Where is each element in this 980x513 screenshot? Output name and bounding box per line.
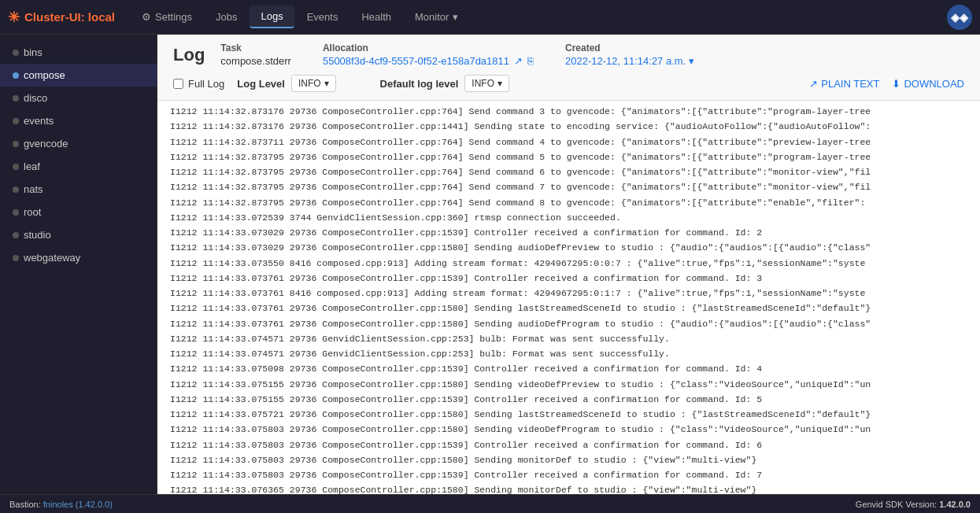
default-log-level-label: Default log level <box>380 78 459 90</box>
nav-item-health[interactable]: Health <box>350 6 402 28</box>
nav-health-label: Health <box>361 11 391 23</box>
download-icon: ⬇ <box>892 78 900 90</box>
created-value[interactable]: 2022-12-12, 11:14:27 a.m. ▾ <box>565 55 694 67</box>
nav-items: ⚙ Settings Jobs Logs Events Health Monit… <box>131 6 947 28</box>
log-level-label: Log Level <box>237 78 285 90</box>
log-line: I1212 11:14:33.074571 29736 GenvidClient… <box>157 346 980 361</box>
sidebar-item-bins[interactable]: bins <box>0 41 157 64</box>
log-line: I1212 11:14:33.073761 29736 ComposeContr… <box>157 316 980 331</box>
bullet-nats <box>13 186 19 193</box>
log-line: I1212 11:14:33.075098 29736 ComposeContr… <box>157 361 980 376</box>
log-meta: Task compose.stderr Allocation 55008f3d-… <box>220 42 694 67</box>
sidebar-label-root: root <box>24 206 41 218</box>
brand: ✳ Cluster-UI: local <box>8 9 115 26</box>
log-line: I1212 11:14:32.873176 29736 ComposeContr… <box>157 119 980 134</box>
log-line: I1212 11:14:33.075721 29736 ComposeContr… <box>157 407 980 422</box>
log-line: I1212 11:14:32.873795 29736 ComposeContr… <box>157 179 980 194</box>
bastion-link[interactable]: fninoles (1.42.0.0) <box>43 500 113 509</box>
log-content[interactable]: I1212 11:14:32.873176 29736 ComposeContr… <box>157 101 980 494</box>
content-area: Log Task compose.stderr Allocation 55008… <box>157 35 980 494</box>
bullet-bins <box>13 50 19 56</box>
sidebar-label-studio: studio <box>24 229 51 241</box>
sidebar-label-events: events <box>24 115 54 127</box>
sidebar-label-compose: compose <box>24 69 65 81</box>
sidebar-label-leaf: leaf <box>24 161 40 172</box>
sidebar-label-gvencode: gvencode <box>24 138 68 149</box>
log-line: I1212 11:14:33.073550 8416 composed.cpp:… <box>157 256 980 271</box>
log-line: I1212 11:14:33.075155 29736 ComposeContr… <box>157 392 980 407</box>
nav-item-monitor[interactable]: Monitor ▾ <box>404 6 469 28</box>
nav-jobs-label: Jobs <box>216 11 237 23</box>
nav-settings-label: Settings <box>155 11 192 23</box>
sidebar-item-webgateway[interactable]: webgateway <box>0 246 157 269</box>
nav-events-label: Events <box>307 11 338 23</box>
log-line: I1212 11:14:33.075803 29736 ComposeContr… <box>157 422 980 437</box>
external-link-icon[interactable]: ↗ <box>514 55 523 67</box>
created-group: Created 2022-12-12, 11:14:27 a.m. ▾ <box>565 42 694 67</box>
bullet-webgateway <box>13 255 19 261</box>
sdk-version-info: Genvid SDK Version: 1.42.0.0 <box>856 500 971 509</box>
sdk-version-label: Genvid SDK Version: <box>856 500 937 509</box>
nav-right: ◈◈ <box>947 5 972 30</box>
log-level-group: Log Level INFO ▾ <box>237 75 335 92</box>
log-line: I1212 11:14:32.873711 29736 ComposeContr… <box>157 135 980 149</box>
default-log-level-chevron: ▾ <box>497 78 502 89</box>
sidebar: bins compose disco events gvencode leaf … <box>0 35 157 494</box>
log-level-select[interactable]: INFO ▾ <box>291 75 336 92</box>
brand-icon: ✳ <box>8 9 20 26</box>
bastion-label: Bastion: <box>9 500 41 509</box>
log-level-chevron: ▾ <box>324 78 329 89</box>
download-label: DOWNLOAD <box>904 78 964 90</box>
allocation-label: Allocation <box>323 42 534 54</box>
log-line: I1212 11:14:33.075803 29736 ComposeContr… <box>157 437 980 452</box>
nav-logo: ◈◈ <box>947 5 972 30</box>
full-log-label: Full Log <box>188 78 224 90</box>
task-label: Task <box>220 42 291 54</box>
log-level-value: INFO <box>298 78 321 89</box>
log-line: I1212 11:14:32.873795 29736 ComposeContr… <box>157 164 980 179</box>
chevron-down-icon: ▾ <box>453 11 458 23</box>
download-link[interactable]: ⬇ DOWNLOAD <box>892 78 964 90</box>
log-line: I1212 11:14:33.072539 3744 GenvidClientS… <box>157 210 980 225</box>
bullet-gvencode <box>13 141 19 147</box>
sidebar-label-bins: bins <box>24 46 43 58</box>
plain-text-icon: ↗ <box>809 78 818 90</box>
nav-item-settings[interactable]: ⚙ Settings <box>131 6 203 28</box>
sidebar-item-events[interactable]: events <box>0 109 157 132</box>
full-log-checkbox-label[interactable]: Full Log <box>173 78 224 90</box>
nav-logs-label: Logs <box>261 10 283 22</box>
top-nav: ✳ Cluster-UI: local ⚙ Settings Jobs Logs… <box>0 0 980 35</box>
full-log-checkbox[interactable] <box>173 79 183 89</box>
sdk-version-value: 1.42.0.0 <box>939 500 971 509</box>
sidebar-item-nats[interactable]: nats <box>0 178 157 201</box>
status-bar: Bastion: fninoles (1.42.0.0) Genvid SDK … <box>0 494 980 513</box>
log-controls: Full Log Log Level INFO ▾ Default log le… <box>173 75 964 92</box>
nav-item-events[interactable]: Events <box>296 6 349 28</box>
default-log-level-select[interactable]: INFO ▾ <box>464 75 509 92</box>
sidebar-label-disco: disco <box>24 92 47 104</box>
nav-item-logs[interactable]: Logs <box>250 6 294 28</box>
default-log-level-group: Default log level INFO ▾ <box>380 75 509 92</box>
sidebar-item-leaf[interactable]: leaf <box>0 155 157 178</box>
bullet-events <box>13 118 19 124</box>
nav-item-jobs[interactable]: Jobs <box>205 6 248 28</box>
sidebar-item-gvencode[interactable]: gvencode <box>0 132 157 155</box>
sidebar-item-disco[interactable]: disco <box>0 87 157 109</box>
bullet-root <box>13 209 19 216</box>
copy-icon[interactable]: ⎘ <box>527 55 534 67</box>
log-line: I1212 11:14:33.075803 29736 ComposeContr… <box>157 467 980 482</box>
log-title-row: Log Task compose.stderr Allocation 55008… <box>173 42 964 67</box>
action-links: ↗ PLAIN TEXT ⬇ DOWNLOAD <box>809 78 964 90</box>
log-line: I1212 11:14:32.873795 29736 ComposeContr… <box>157 195 980 210</box>
sidebar-item-studio[interactable]: studio <box>0 223 157 246</box>
sidebar-item-compose[interactable]: compose <box>0 64 157 87</box>
allocation-link[interactable]: 55008f3d-4cf9-5557-0f52-e158a7da1811 <box>323 55 509 67</box>
plain-text-link[interactable]: ↗ PLAIN TEXT <box>809 78 879 90</box>
sidebar-item-root[interactable]: root <box>0 201 157 223</box>
bastion-info: Bastion: fninoles (1.42.0.0) <box>9 500 113 509</box>
nav-monitor-label: Monitor <box>415 11 449 23</box>
sidebar-label-webgateway: webgateway <box>24 252 80 264</box>
bullet-compose <box>13 72 19 79</box>
log-line: I1212 11:14:33.073761 8416 composed.cpp:… <box>157 286 980 301</box>
task-value: compose.stderr <box>220 55 291 67</box>
